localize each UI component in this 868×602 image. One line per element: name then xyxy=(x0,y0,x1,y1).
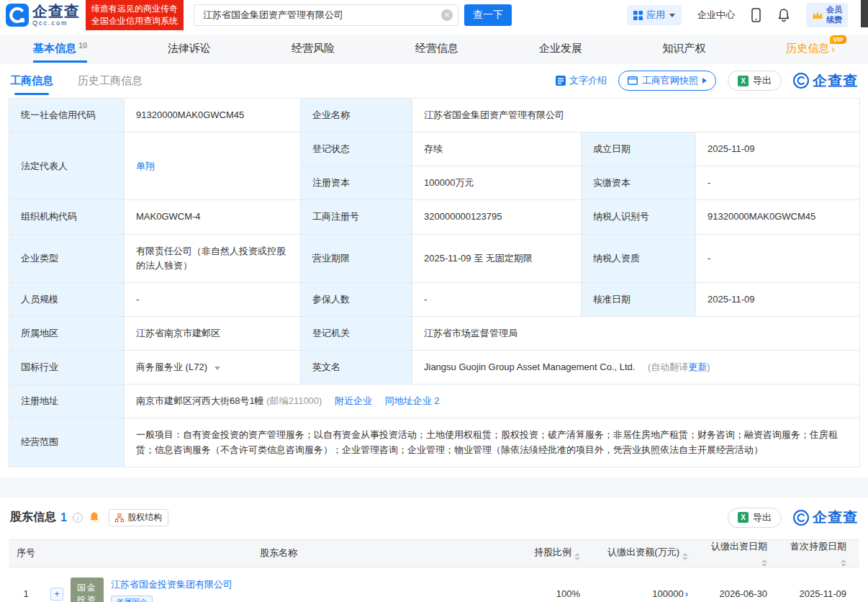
text-intro-link[interactable]: 文字介绍 xyxy=(556,74,607,87)
label-registered-capital: 注册资本 xyxy=(301,166,412,200)
label-business-scope: 经营范围 xyxy=(9,418,125,467)
shareholder-ratio: 100% xyxy=(514,567,593,602)
subtab-business-info[interactable]: 工商信息 xyxy=(10,63,53,98)
qcc-watermark: 企查查 xyxy=(793,508,858,527)
label-taxpayer-id: 纳税人识别号 xyxy=(582,200,696,234)
tab-basic-info[interactable]: 基本信息 10 xyxy=(33,35,87,63)
label-paid-capital: 实缴资本 xyxy=(582,166,696,200)
value-org-code: MAK0GWCM-4 xyxy=(125,200,301,234)
shareholders-table: 序号 股东名称 持股比例 认缴出资额(万元) 认缴出资日期 首次持股日期 1 国… xyxy=(9,539,859,602)
column-ratio[interactable]: 持股比例 xyxy=(514,539,593,567)
value-business-scope: 一般项目：自有资金投资的资产管理服务；以自有资金从事投资活动；土地使用权租赁；股… xyxy=(125,418,860,467)
tab-legal-litigation[interactable]: 法律诉讼 xyxy=(168,35,211,63)
column-subscribed-amount[interactable]: 认缴出资额(万元) xyxy=(593,539,701,567)
expand-row-button[interactable] xyxy=(50,588,63,601)
tab-label: 知识产权 xyxy=(662,42,705,55)
shareholders-export-button[interactable]: 导出 xyxy=(728,508,782,528)
same-address-companies-link[interactable]: 同地址企业 2 xyxy=(385,395,440,406)
shareholder-amount: 100000 xyxy=(593,567,701,602)
translate-update-link[interactable]: 更新 xyxy=(688,361,707,372)
mobile-app-icon[interactable] xyxy=(751,8,761,22)
label-region: 所属地区 xyxy=(9,316,125,350)
industry-expand-icon[interactable] xyxy=(214,367,220,370)
sort-icon[interactable] xyxy=(682,553,688,560)
column-subscribe-date[interactable]: 认缴出资日期 xyxy=(701,539,780,567)
label-company-type: 企业类型 xyxy=(9,234,125,282)
clear-search-icon[interactable] xyxy=(441,9,453,21)
tab-label: 基本信息 xyxy=(33,42,76,55)
label-industry: 国标行业 xyxy=(9,351,125,385)
label-business-term: 营业期限 xyxy=(301,234,412,282)
industry-text: 商务服务业 (L72) xyxy=(136,361,207,372)
tab-operation-info[interactable]: 经营信息 xyxy=(415,35,458,63)
equity-structure-button[interactable]: 股权结构 xyxy=(109,509,168,526)
label-registration-authority: 登记机关 xyxy=(301,316,412,350)
tab-intellectual-property[interactable]: 知识产权 xyxy=(662,35,705,63)
subtab-history-business-info[interactable]: 历史工商信息 xyxy=(78,63,143,98)
amount-detail-arrow-icon[interactable] xyxy=(685,588,688,599)
shareholder-name-link[interactable]: 江苏省国金投资集团有限公司 xyxy=(111,578,232,591)
sort-icon[interactable] xyxy=(574,553,580,560)
enterprise-center-link[interactable]: 企业中心 xyxy=(697,9,735,22)
english-name-text: Jiangsu Guojin Group Asset Management Co… xyxy=(424,361,635,372)
tab-enterprise-development[interactable]: 企业发展 xyxy=(539,35,582,63)
shareholders-count: 1 xyxy=(60,511,67,524)
value-business-term: 2025-11-09 至 无固定期限 xyxy=(412,234,582,282)
scrollbar-thumb[interactable] xyxy=(861,0,868,27)
crown-icon xyxy=(812,10,823,20)
export-button[interactable]: 导出 xyxy=(728,71,782,91)
shareholders-actions: 导出 企查查 xyxy=(728,508,858,528)
logo-text: 企查查 Qcc.com xyxy=(32,4,80,27)
member-renew-button[interactable]: 会员 续费 xyxy=(806,3,848,27)
text-intro-label: 文字介绍 xyxy=(569,74,607,87)
notification-bell-icon[interactable] xyxy=(777,8,790,22)
slogan-line1: 缔造有远见的商业传奇 xyxy=(91,3,178,15)
label-registration-status: 登记状态 xyxy=(301,132,412,166)
scrollbar-track[interactable] xyxy=(861,0,868,602)
qcc-logo[interactable]: 企查查 Qcc.com xyxy=(6,4,80,27)
official-snapshot-button[interactable]: 工商官网快照 xyxy=(618,71,716,91)
auto-translate-note-close: ) xyxy=(707,361,710,372)
label-insured-count: 参保人数 xyxy=(301,282,412,316)
apps-label: 应用 xyxy=(646,9,665,22)
logo-text-en: Qcc.com xyxy=(32,20,80,27)
apps-menu-button[interactable]: 应用 xyxy=(627,5,682,25)
label-taxpayer-quality: 纳税人资质 xyxy=(582,234,696,282)
table-row: 法定代表人 单翔 登记状态 存续 成立日期 2025-11-09 xyxy=(9,132,860,166)
export-label: 导出 xyxy=(753,511,772,524)
label-staff-size: 人员规模 xyxy=(9,282,125,316)
shareholder-index: 1 xyxy=(9,567,43,602)
business-info-toolbar: 工商信息 历史工商信息 文字介绍 工商官网快照 导出 xyxy=(0,63,868,98)
table-row: 经营范围 一般项目：自有资金投资的资产管理服务；以自有资金从事投资活动；土地使用… xyxy=(9,418,860,467)
excel-icon xyxy=(738,76,749,86)
value-region: 江苏省南京市建邺区 xyxy=(125,316,301,350)
search-input[interactable] xyxy=(194,4,458,26)
tab-operation-risk[interactable]: 经营风险 xyxy=(291,35,335,63)
value-english-name: Jiangsu Guojin Group Asset Management Co… xyxy=(412,351,860,385)
table-row: 所属地区 江苏省南京市建邺区 登记机关 江苏省市场监督管理局 xyxy=(9,316,860,350)
nearby-companies-link[interactable]: 附近企业 xyxy=(335,395,372,406)
sort-icon[interactable] xyxy=(841,560,846,567)
excel-icon xyxy=(738,512,749,523)
value-taxpayer-id: 91320000MAK0GWCM45 xyxy=(696,200,860,234)
search-button[interactable]: 查一下 xyxy=(464,4,512,26)
tab-label: 历史信息 xyxy=(786,42,829,55)
tab-label: 法律诉讼 xyxy=(168,42,211,55)
value-paid-capital: - xyxy=(696,166,860,200)
tab-history-info[interactable]: VIP 历史信息 xyxy=(786,35,835,63)
table-row: 组织机构代码 MAK0GWCM-4 工商注册号 320000000123795 … xyxy=(9,200,860,234)
column-first-holding-date[interactable]: 首次持股日期 xyxy=(780,539,859,567)
value-registration-number: 320000000123795 xyxy=(412,200,582,234)
shareholder-name-cell: 国金 投资 江苏省国金投资集团有限公司 省属国企 xyxy=(43,567,514,602)
legal-representative-link[interactable]: 单翔 xyxy=(136,161,155,171)
business-info-card: 统一社会信用代码 91320000MAK0GWCM45 企业名称 江苏省国金集团… xyxy=(0,98,868,467)
label-establish-date: 成立日期 xyxy=(582,132,696,166)
label-company-name: 企业名称 xyxy=(301,99,412,132)
monitor-bell-icon[interactable] xyxy=(89,511,100,524)
sort-icon[interactable] xyxy=(761,560,767,567)
state-owned-tag: 省属国企 xyxy=(111,596,153,602)
table-row: 注册地址 南京市建邺区河西大街68号1幢 (邮编211000) 附近企业 同地址… xyxy=(9,385,860,418)
info-icon[interactable] xyxy=(73,513,83,523)
qcc-watermark-icon xyxy=(793,510,809,526)
snapshot-icon xyxy=(628,76,638,85)
